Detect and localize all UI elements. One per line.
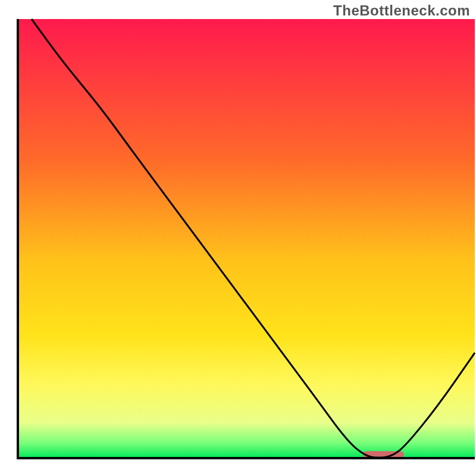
plot-background <box>18 19 475 458</box>
chart-container: TheBottleneck.com <box>0 0 476 476</box>
attribution-watermark: TheBottleneck.com <box>333 2 470 19</box>
bottleneck-chart <box>0 0 476 476</box>
